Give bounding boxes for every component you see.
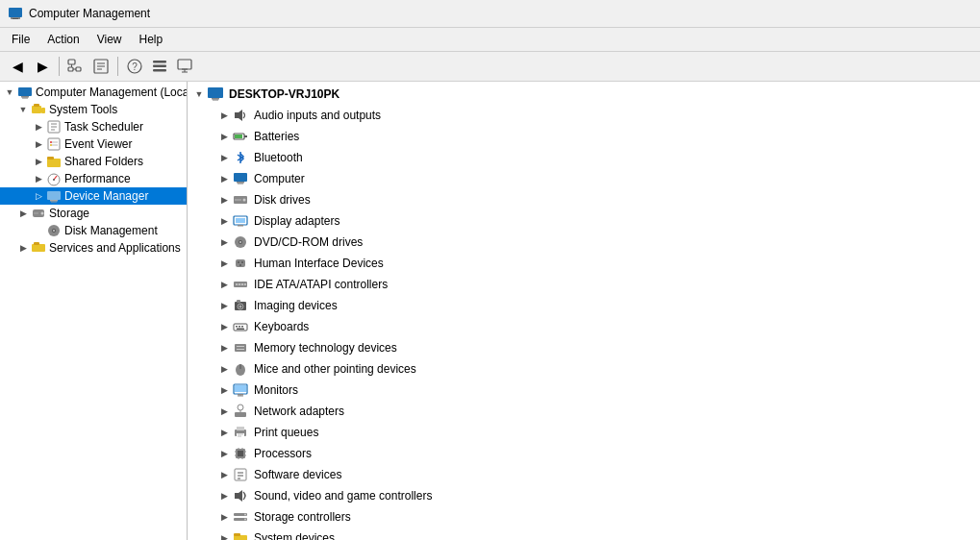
device-item-print-queues[interactable]: ▶Print queues	[188, 422, 980, 443]
device-expand-memory[interactable]: ▶	[216, 340, 232, 356]
device-expand-disk-drives[interactable]: ▶	[216, 192, 232, 208]
device-manager-expand[interactable]: ▷	[31, 188, 46, 204]
device-item-audio[interactable]: ▶Audio inputs and outputs	[188, 105, 980, 126]
menu-file[interactable]: File	[4, 30, 38, 49]
svg-point-127	[244, 519, 246, 521]
device-label-processors: Processors	[254, 447, 312, 460]
device-item-ide-ata[interactable]: ▶IDE ATA/ATAPI controllers	[188, 274, 980, 295]
performance-expand[interactable]: ▶	[31, 171, 46, 186]
tree-item-system-tools[interactable]: ▼ System Tools	[0, 101, 187, 118]
device-item-network[interactable]: ▶Network adapters	[188, 401, 980, 422]
tree-item-storage[interactable]: ▶ Storage	[0, 205, 187, 222]
device-item-display-adapters[interactable]: ▶Display adapters	[188, 210, 980, 232]
device-icon-memory	[232, 339, 249, 356]
tree-item-device-manager[interactable]: ▷ Device Manager	[0, 187, 187, 205]
device-icon-mice	[232, 360, 249, 378]
device-expand-hid[interactable]: ▶	[216, 256, 232, 271]
monitor-button[interactable]	[173, 55, 196, 78]
device-item-system-devices[interactable]: ▶System devices	[188, 528, 980, 540]
task-scheduler-expand[interactable]: ▶	[31, 119, 46, 135]
tree-item-performance[interactable]: ▶ Performance	[0, 170, 187, 187]
device-icon-display-adapters	[232, 212, 249, 230]
svg-point-35	[50, 144, 52, 146]
device-expand-processors[interactable]: ▶	[216, 446, 232, 461]
svg-rect-14	[153, 61, 166, 63]
menu-action[interactable]: Action	[39, 30, 87, 49]
device-item-batteries[interactable]: ▶Batteries	[188, 126, 980, 147]
main-layout: ▼ Computer Management (Local ▼ Syste	[0, 82, 980, 540]
system-tools-expand[interactable]: ▼	[15, 102, 31, 117]
device-expand-display-adapters[interactable]: ▶	[216, 213, 232, 229]
device-expand-bluetooth[interactable]: ▶	[216, 150, 232, 165]
storage-icon	[31, 206, 46, 221]
svg-rect-68	[238, 225, 243, 227]
device-item-mice[interactable]: ▶Mice and other pointing devices	[188, 358, 980, 380]
menu-help[interactable]: Help	[132, 30, 171, 49]
configure-button[interactable]	[148, 55, 171, 78]
svg-point-64	[243, 199, 246, 202]
device-expand-sound-video[interactable]: ▶	[216, 488, 232, 503]
left-pane: ▼ Computer Management (Local ▼ Syste	[0, 82, 188, 540]
device-expand-ide-ata[interactable]: ▶	[216, 277, 232, 292]
svg-rect-25	[34, 104, 39, 107]
device-item-software-devices[interactable]: ▶Software devices	[188, 464, 980, 485]
device-label-disk-drives: Disk drives	[254, 193, 311, 207]
device-expand-monitors[interactable]: ▶	[216, 382, 232, 398]
storage-expand[interactable]: ▶	[15, 206, 31, 221]
svg-rect-31	[48, 138, 60, 150]
show-tree-button[interactable]	[64, 55, 88, 78]
tree-item-services-apps[interactable]: ▶ Services and Applications	[0, 239, 187, 257]
device-expand-network[interactable]: ▶	[216, 404, 232, 419]
device-expand-mice[interactable]: ▶	[216, 361, 232, 377]
tree-item-event-viewer[interactable]: ▶ Event Viewer	[0, 135, 187, 153]
device-expand-keyboards[interactable]: ▶	[216, 319, 232, 334]
tree-item-shared-folders[interactable]: ▶ Shared Folders	[0, 153, 187, 170]
device-item-sound-video[interactable]: ▶Sound, video and game controllers	[188, 485, 980, 506]
device-item-imaging[interactable]: ▶Imaging devices	[188, 295, 980, 316]
svg-point-49	[53, 230, 55, 232]
event-viewer-expand[interactable]: ▶	[31, 136, 46, 152]
properties-button[interactable]	[89, 55, 113, 78]
svg-rect-37	[47, 157, 54, 160]
root-device-expand[interactable]: ▼	[191, 86, 207, 102]
device-item-dvd-rom[interactable]: ▶DVD/CD-ROM drives	[188, 232, 980, 253]
help-button[interactable]: ?	[123, 55, 146, 78]
device-item-keyboards[interactable]: ▶Keyboards	[188, 316, 980, 337]
menu-view[interactable]: View	[89, 30, 130, 49]
device-expand-print-queues[interactable]: ▶	[216, 425, 232, 440]
tree-root[interactable]: ▼ Computer Management (Local	[0, 84, 187, 101]
device-item-processors[interactable]: ▶Processors	[188, 443, 980, 464]
title-bar: Computer Management	[0, 0, 980, 28]
device-item-disk-drives[interactable]: ▶Disk drives	[188, 189, 980, 210]
root-device-header[interactable]: ▼ DESKTOP-VRJ10PK	[188, 84, 980, 105]
device-expand-batteries[interactable]: ▶	[216, 129, 232, 144]
device-item-hid[interactable]: ▶Human Interface Devices	[188, 253, 980, 274]
device-expand-dvd-rom[interactable]: ▶	[216, 234, 232, 250]
device-expand-storage-ctrl[interactable]: ▶	[216, 509, 232, 525]
device-item-bluetooth[interactable]: ▶Bluetooth	[188, 147, 980, 168]
svg-rect-58	[235, 135, 242, 138]
svg-rect-110	[238, 451, 243, 456]
root-expand-icon[interactable]: ▼	[2, 85, 17, 100]
device-expand-system-devices[interactable]: ▶	[216, 530, 232, 540]
svg-rect-52	[208, 87, 223, 98]
device-label-hid: Human Interface Devices	[254, 257, 384, 270]
forward-button[interactable]: ▶	[31, 55, 54, 78]
services-apps-icon	[31, 240, 46, 256]
device-item-storage-ctrl[interactable]: ▶Storage controllers	[188, 506, 980, 528]
device-expand-software-devices[interactable]: ▶	[216, 467, 232, 482]
tree-item-disk-management[interactable]: ▶ Disk Management	[0, 222, 187, 239]
tree-item-task-scheduler[interactable]: ▶ Task Scheduler	[0, 118, 187, 135]
device-item-memory[interactable]: ▶Memory technology devices	[188, 337, 980, 358]
back-button[interactable]: ◀	[6, 55, 29, 78]
performance-label: Performance	[64, 172, 131, 185]
device-expand-computer[interactable]: ▶	[216, 171, 232, 186]
device-expand-audio[interactable]: ▶	[216, 108, 232, 123]
services-apps-expand[interactable]: ▶	[15, 240, 31, 256]
device-expand-imaging[interactable]: ▶	[216, 298, 232, 313]
shared-folders-expand[interactable]: ▶	[31, 154, 46, 169]
toolbar-separator-2	[117, 57, 118, 76]
device-item-monitors[interactable]: ▶Monitors	[188, 380, 980, 401]
svg-rect-129	[234, 533, 240, 536]
device-item-computer[interactable]: ▶Computer	[188, 168, 980, 189]
